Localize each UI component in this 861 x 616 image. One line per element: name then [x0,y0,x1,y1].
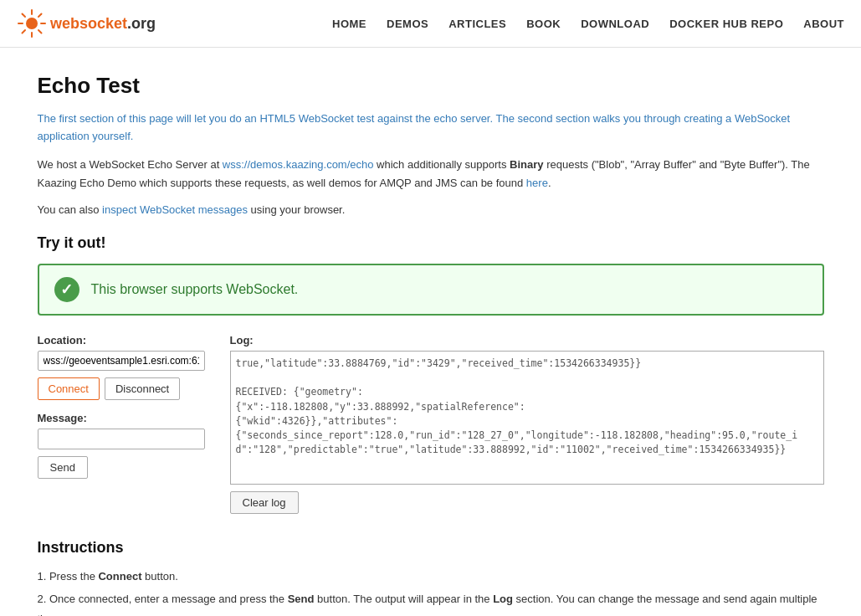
location-label: Location: [38,334,205,346]
disconnect-button[interactable]: Disconnect [105,377,180,400]
body-paragraph-1: We host a WebSocket Echo Server at wss:/… [38,156,824,192]
here-link[interactable]: here [526,177,548,189]
send-button[interactable]: Send [38,456,88,479]
try-it-title: Try it out! [38,234,824,252]
instructions-title: Instructions [38,539,824,557]
left-panel: Location: Connect Disconnect Message: Se… [38,334,205,479]
connect-button[interactable]: Connect [38,377,100,400]
site-header: websocket.org HOME DEMOS ARTICLES BOOK D… [0,0,861,48]
svg-line-7 [38,14,42,18]
svg-line-5 [23,14,26,18]
nav-demos[interactable]: DEMOS [387,18,428,30]
page-title: Echo Test [38,73,824,99]
location-input[interactable] [38,351,205,371]
nav-articles[interactable]: ARTICLES [448,18,506,30]
logo-icon [17,8,47,38]
ws-support-banner: This browser supports WebSocket. [38,264,824,316]
check-icon [54,277,79,302]
echo-server-link[interactable]: wss://demos.kaazing.com/echo [223,158,374,171]
log-box[interactable]: true,"latitude":33.8884769,"id":"3429","… [230,351,824,485]
try-it-area: Location: Connect Disconnect Message: Se… [38,334,824,514]
svg-line-6 [38,30,42,33]
right-panel: Log: true,"latitude":33.8884769,"id":"34… [230,334,824,514]
ws-support-text: This browser supports WebSocket. [91,282,299,297]
logo-text: websocket.org [50,15,156,33]
instructions-list: 1. Press the Connect button. 2. Once con… [38,567,824,616]
nav-download[interactable]: DOWNLOAD [581,18,649,30]
inspect-link[interactable]: inspect WebSocket messages [102,203,248,216]
nav-docker-hub-repo[interactable]: DOCKER HUB REPO [669,18,783,30]
nav-home[interactable]: HOME [332,18,366,30]
message-label: Message: [38,412,205,424]
body-paragraph-2: You can also inspect WebSocket messages … [38,201,824,219]
message-input[interactable] [38,429,205,449]
nav-about[interactable]: ABOUT [803,18,844,30]
instruction-2: 2. Once connected, enter a message and p… [38,589,824,616]
intro-paragraph: The first section of this page will let … [38,110,824,146]
clear-log-button[interactable]: Clear log [230,491,299,514]
svg-line-8 [23,30,26,33]
instruction-1: 1. Press the Connect button. [38,567,824,588]
main-content: Echo Test The first section of this page… [21,48,841,616]
log-content: true,"latitude":33.8884769,"id":"3429","… [236,357,818,458]
binary-bold: Binary [510,158,543,171]
log-label: Log: [230,334,824,346]
svg-point-0 [26,18,38,29]
nav-book[interactable]: BOOK [526,18,561,30]
main-nav: HOME DEMOS ARTICLES BOOK DOWNLOAD DOCKER… [332,18,844,30]
logo: websocket.org [17,8,156,38]
connect-disconnect-row: Connect Disconnect [38,377,205,400]
